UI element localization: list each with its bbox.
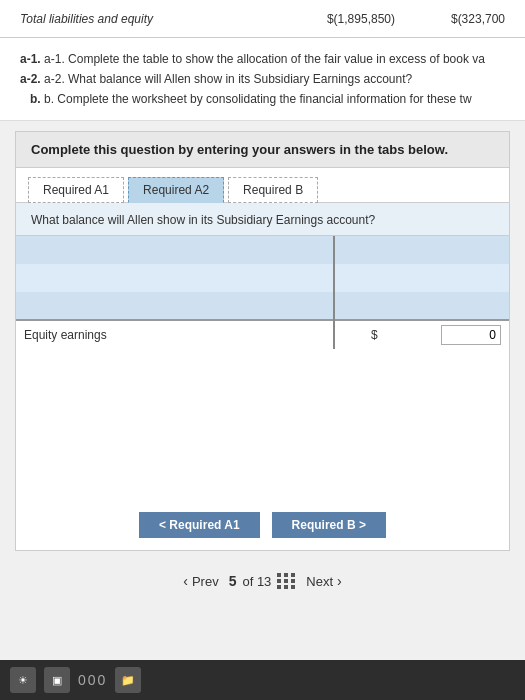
total-liabilities-value2: $(323,700 xyxy=(415,12,505,26)
total-liabilities-label: Total liabilities and equity xyxy=(20,12,295,26)
instruction-line1: a-1. a-1. Complete the table to show the… xyxy=(20,50,505,68)
next-button[interactable]: Next › xyxy=(306,573,341,589)
card-header: Complete this question by entering your … xyxy=(16,132,509,168)
taskbar: ☀ ▣ 000 📁 xyxy=(0,660,525,700)
question-text: What balance will Allen show in its Subs… xyxy=(16,203,509,236)
grid-icon[interactable] xyxy=(277,573,296,589)
tabs-container: Required A1 Required A2 Required B xyxy=(16,168,509,203)
table-cell-col2 xyxy=(334,236,382,264)
equity-earnings-label: Equity earnings xyxy=(16,320,334,349)
table-row xyxy=(16,236,509,264)
table-cell-col1 xyxy=(16,292,334,320)
pagination: ‹ Prev 5 of 13 Next › xyxy=(0,561,525,597)
prev-button[interactable]: ‹ Prev xyxy=(183,573,218,589)
top-table-row: Total liabilities and equity $(1,895,850… xyxy=(0,0,525,38)
tab-required-a1[interactable]: Required A1 xyxy=(28,177,124,203)
main-card: Complete this question by entering your … xyxy=(15,131,510,551)
card-nav: < Required A1 Required B > xyxy=(16,502,509,550)
table-cell-col3 xyxy=(382,292,509,320)
table-cell-col1 xyxy=(16,264,334,292)
equity-earnings-row: Equity earnings $ xyxy=(16,320,509,349)
taskbar-dots: 000 xyxy=(78,672,107,688)
tab-required-a2[interactable]: Required A2 xyxy=(128,177,224,203)
table-cell-col2 xyxy=(334,292,382,320)
total-liabilities-value1: $(1,895,850) xyxy=(295,12,415,26)
instruction-line3: b. b. Complete the worksheet by consolid… xyxy=(20,90,505,108)
required-b-button[interactable]: Required B > xyxy=(272,512,386,538)
table-row xyxy=(16,292,509,320)
required-a1-button[interactable]: < Required A1 xyxy=(139,512,260,538)
equity-earnings-input[interactable] xyxy=(441,325,501,345)
page-info: 5 of 13 xyxy=(229,573,297,589)
taskbar-icon-window[interactable]: ▣ xyxy=(44,667,70,693)
card-header-text: Complete this question by entering your … xyxy=(31,142,448,157)
table-cell-col2 xyxy=(334,264,382,292)
table-cell-col3 xyxy=(382,236,509,264)
taskbar-icon-folder[interactable]: 📁 xyxy=(115,667,141,693)
instruction-line2: a-2. a-2. What balance will Allen show i… xyxy=(20,70,505,88)
data-table: Equity earnings $ xyxy=(16,236,509,349)
table-cell-col1 xyxy=(16,236,334,264)
equity-earnings-value[interactable] xyxy=(382,320,509,349)
table-row xyxy=(16,264,509,292)
tab-required-b[interactable]: Required B xyxy=(228,177,318,203)
taskbar-icon-sun[interactable]: ☀ xyxy=(10,667,36,693)
instructions-section: a-1. a-1. Complete the table to show the… xyxy=(0,38,525,121)
equity-earnings-dollar: $ xyxy=(334,320,382,349)
table-cell-col3 xyxy=(382,264,509,292)
